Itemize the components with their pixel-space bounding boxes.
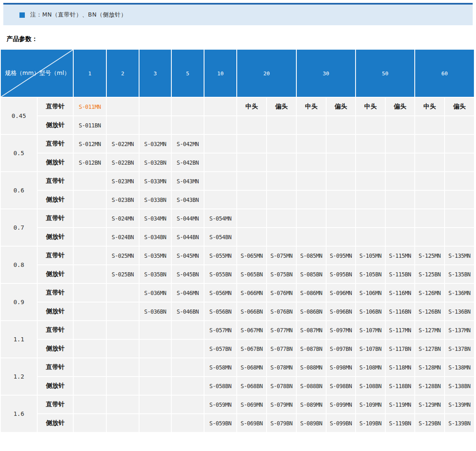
table-row: 侧放针S-011BN	[1, 116, 474, 134]
model-cell: S-085MN	[297, 247, 326, 264]
empty-cell	[445, 154, 474, 171]
model-cell: S-044MN	[172, 209, 204, 227]
empty-cell	[172, 321, 204, 339]
empty-cell	[172, 116, 204, 134]
model-cell: S-044BN	[172, 228, 204, 246]
empty-cell	[445, 209, 474, 227]
table-row: 侧放针S-023BNS-033BNS-043BN	[1, 191, 474, 209]
row-type-label-bn: 侧放针	[38, 414, 73, 432]
model-cell: S-035MN	[139, 247, 171, 264]
empty-cell	[74, 377, 106, 395]
model-cell: S-057BN	[204, 340, 236, 357]
blue-square-icon	[19, 12, 25, 18]
model-cell: S-023MN	[107, 172, 139, 190]
empty-cell	[356, 191, 385, 209]
model-cell: S-065BN	[237, 265, 266, 283]
empty-cell	[297, 172, 326, 190]
row-type-label-mn: 直带针	[38, 321, 73, 339]
model-cell: S-135MN	[445, 247, 474, 264]
col-header-3: 3	[139, 50, 171, 97]
empty-cell	[386, 191, 414, 209]
model-cell: S-057MN	[204, 321, 236, 339]
model-cell: S-034BN	[139, 228, 171, 246]
model-cell: S-066BN	[237, 302, 266, 320]
empty-cell	[237, 191, 266, 209]
model-cell: S-128BN	[415, 377, 444, 395]
model-cell: S-055BN	[204, 265, 236, 283]
empty-cell	[204, 135, 236, 153]
empty-cell	[415, 116, 444, 134]
table-row: 侧放针S-057BNS-067BNS-077BNS-087BNS-097BNS-…	[1, 340, 474, 357]
subheader-cell: 中头	[297, 98, 326, 115]
model-cell: S-058BN	[204, 377, 236, 395]
model-cell: S-032BN	[139, 154, 171, 171]
model-cell: S-079BN	[267, 414, 296, 432]
model-cell: S-116BN	[386, 302, 414, 320]
table-row: 1.1直带针S-057MNS-067MNS-077MNS-087MNS-097M…	[1, 321, 474, 339]
subheader-cell: 偏头	[267, 98, 296, 115]
table-row: 0.7直带针S-024MNS-034MNS-044MNS-054MN	[1, 209, 474, 227]
empty-cell	[327, 154, 355, 171]
model-cell: S-067BN	[237, 340, 266, 357]
empty-cell	[297, 191, 326, 209]
col-header-10: 10	[204, 50, 236, 97]
table-row: 1.6直带针S-059MNS-069MNS-079MNS-089MNS-099M…	[1, 396, 474, 413]
empty-cell	[107, 414, 139, 432]
spec-cell: 0.8	[1, 247, 37, 283]
empty-cell	[139, 414, 171, 432]
empty-cell	[445, 191, 474, 209]
empty-cell	[267, 228, 296, 246]
empty-cell	[204, 172, 236, 190]
model-cell: S-067MN	[237, 321, 266, 339]
model-cell: S-106MN	[356, 284, 385, 302]
row-type-label-bn: 侧放针	[38, 340, 73, 357]
empty-cell	[107, 116, 139, 134]
model-cell: S-126MN	[415, 284, 444, 302]
model-cell: S-042MN	[172, 135, 204, 153]
model-cell: S-129BN	[415, 414, 444, 432]
empty-cell	[386, 154, 414, 171]
empty-cell	[74, 247, 106, 264]
model-cell: S-086MN	[297, 284, 326, 302]
empty-cell	[107, 302, 139, 320]
model-cell: S-069MN	[237, 396, 266, 413]
model-cell: S-099BN	[327, 414, 355, 432]
model-cell: S-117BN	[386, 340, 414, 357]
model-cell: S-125MN	[415, 247, 444, 264]
row-type-label-bn: 侧放针	[38, 302, 73, 320]
empty-cell	[415, 209, 444, 227]
model-cell: S-078MN	[267, 358, 296, 376]
model-cell: S-096MN	[327, 284, 355, 302]
model-cell: S-011MN	[74, 98, 106, 115]
table-row: 0.6直带针S-023MNS-033MNS-043MN	[1, 172, 474, 190]
model-cell: S-107MN	[356, 321, 385, 339]
row-type-label-bn: 侧放针	[38, 265, 73, 283]
model-cell: S-097BN	[327, 340, 355, 357]
empty-cell	[386, 209, 414, 227]
empty-cell	[139, 321, 171, 339]
empty-cell	[107, 98, 139, 115]
empty-cell	[356, 135, 385, 153]
model-cell: S-025MN	[107, 247, 139, 264]
model-cell: S-036MN	[139, 284, 171, 302]
model-cell: S-105MN	[356, 247, 385, 264]
empty-cell	[237, 116, 266, 134]
model-cell: S-127BN	[415, 340, 444, 357]
empty-cell	[415, 228, 444, 246]
corner-header-cell: 规格（mm）型号（ml）	[1, 50, 73, 97]
empty-cell	[267, 135, 296, 153]
model-cell: S-033BN	[139, 191, 171, 209]
row-type-label-bn: 侧放针	[38, 191, 73, 209]
empty-cell	[267, 154, 296, 171]
subheader-cell: 偏头	[445, 98, 474, 115]
empty-cell	[237, 135, 266, 153]
empty-cell	[237, 154, 266, 171]
model-cell: S-056BN	[204, 302, 236, 320]
empty-cell	[415, 154, 444, 171]
model-cell: S-106BN	[356, 302, 385, 320]
model-cell: S-129MN	[415, 396, 444, 413]
table-row: 侧放针S-024BNS-034BNS-044BNS-054BN	[1, 228, 474, 246]
model-cell: S-115BN	[386, 265, 414, 283]
subheader-cell: 中头	[237, 98, 266, 115]
row-type-label-mn: 直带针	[38, 284, 73, 302]
